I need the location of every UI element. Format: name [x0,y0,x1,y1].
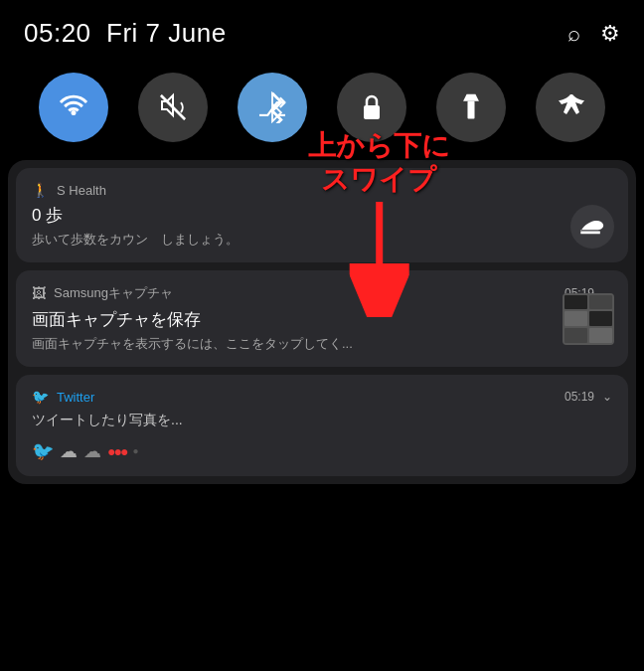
flashlight-icon [458,92,484,122]
status-icons: ⌕ ⚙ [567,21,620,47]
qs-sound-button[interactable] [138,73,208,142]
capture-app-icon: 🖼 [32,285,46,301]
airplane-icon [556,92,585,122]
twitter-time: 05:19 [564,390,594,404]
twitter-app-icon: 🐦 [32,389,49,405]
search-icon[interactable]: ⌕ [567,21,580,47]
shealth-title: 0 歩 [32,204,612,227]
quick-settings: ⎇ [0,63,644,160]
twitter-bird-icon: 🐦 [32,440,54,462]
shealth-body: 歩いて歩数をカウン しましょう。 [32,231,612,249]
qs-flashlight-button[interactable] [436,73,506,142]
capture-title: 画面キャプチャを保存 [32,308,612,331]
qs-wifi-button[interactable] [39,73,108,142]
shealth-shoe-icon [570,205,614,249]
twitter-cloud1-icon: ☁ [60,440,78,462]
notif-shealth-header: 🚶 S Health [32,182,612,198]
notification-shealth[interactable]: 🚶 S Health 0 歩 歩いて歩数をカウン しましょう。 [16,168,628,262]
qs-screen-button[interactable] [337,73,406,142]
notification-twitter[interactable]: 🐦 Twitter 05:19 ⌄ ツイートしたり写真を... 🐦 ☁ ☁ ●●… [16,375,628,476]
twitter-chevron: ⌄ [602,390,612,404]
twitter-cloud2-icon: ☁ [83,440,101,462]
twitter-app-name: Twitter [57,390,94,405]
twitter-more-icon[interactable]: ●●● [107,443,126,459]
qs-bluetooth-button[interactable]: ⎇ [238,73,307,142]
svg-rect-2 [364,105,380,119]
twitter-notif-header: 🐦 Twitter 05:19 ⌄ [32,389,612,405]
mute-icon [158,92,188,122]
shealth-app-icon: 🚶 [32,182,49,198]
svg-marker-3 [463,94,479,101]
notification-samsung-capture[interactable]: 🖼 Samsungキャプチャ 05:19 ⌄ 画面キャプチャを保存 画面キャプチ… [16,270,628,367]
status-time-date: 05:20 Fri 7 June [24,18,227,49]
svg-rect-4 [467,101,474,119]
wifi-icon [58,91,89,123]
capture-body: 画面キャプチャを表示するには、ここをタップしてく... [32,335,612,353]
status-bar: 05:20 Fri 7 June ⌕ ⚙ [0,0,644,63]
notif-capture-header: 🖼 Samsungキャプチャ 05:19 ⌄ [32,284,612,302]
twitter-dot-separator: ● [132,445,138,456]
notification-panel: 🚶 S Health 0 歩 歩いて歩数をカウン しましょう。 🖼 Samsun… [8,160,636,484]
settings-icon[interactable]: ⚙ [600,21,620,47]
qs-airplane-button[interactable] [536,73,605,142]
shealth-app-name: S Health [57,183,106,198]
twitter-icons-row: 🐦 ☁ ☁ ●●● ● [32,440,612,462]
twitter-body: ツイートしたり写真を... [32,411,612,430]
shoe-svg [579,216,605,238]
screen-lock-icon [359,92,385,122]
capture-thumbnail [563,293,614,345]
capture-app-name: Samsungキャプチャ [54,284,173,302]
